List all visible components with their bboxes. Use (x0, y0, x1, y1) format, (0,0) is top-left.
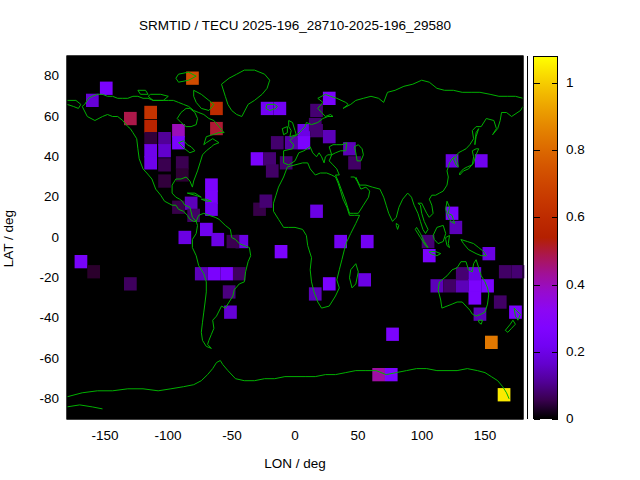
heatmap-cell (348, 156, 361, 169)
heatmap-cell (323, 92, 336, 105)
heatmap-cell (323, 130, 336, 143)
heatmap-cell (220, 267, 233, 280)
y-tick-label: 60 (13, 110, 59, 124)
colorbar-tick-label: 0 (566, 412, 574, 426)
heatmap-cell (456, 279, 469, 292)
heatmap-cell (498, 388, 511, 401)
heatmap-cell (233, 267, 246, 280)
colorbar-tickmark (534, 83, 540, 84)
colorbar-tickmark (534, 150, 540, 151)
heatmap-cell (144, 132, 157, 145)
heatmap-cell (443, 279, 456, 292)
y-tick-label: 20 (13, 190, 59, 204)
figure: SRMTID / TECU 2025-196_28710-2025-196_29… (0, 0, 640, 480)
heatmap-cell (158, 158, 171, 171)
plot-right-secondary-border (527, 56, 528, 419)
heatmap-cell (494, 295, 507, 308)
heatmap-cell (261, 102, 274, 115)
colorbar-tick-label: 0.8 (566, 143, 585, 157)
heatmap-cell (485, 336, 498, 349)
colorbar-tick-label: 0.2 (566, 345, 585, 359)
colorbar-tickmark (552, 352, 558, 353)
heatmap-cell (205, 203, 218, 216)
heatmap-cell (386, 328, 399, 341)
y-tick-label: -40 (13, 311, 59, 325)
heatmap-cell (86, 94, 99, 107)
heatmap-cell (450, 221, 463, 234)
heatmap-cell (208, 267, 221, 280)
heatmap-cell (158, 144, 171, 157)
colorbar-tickmark (534, 419, 540, 420)
heatmap-cell (446, 207, 459, 220)
y-tick-label: 40 (13, 150, 59, 164)
heatmap-cell (275, 245, 288, 258)
heatmap-cell (176, 156, 189, 169)
heatmap-cell (423, 249, 436, 262)
heatmap-cell (358, 273, 371, 286)
y-tick-label: -80 (13, 392, 59, 406)
heatmap-cell (144, 120, 157, 133)
heatmap-cell (211, 233, 224, 246)
y-tick-label: 80 (13, 69, 59, 83)
x-tick-label: -150 (91, 429, 118, 443)
heatmap-cell (310, 205, 323, 218)
colorbar-tickmark (534, 285, 540, 286)
heatmap-cell (205, 191, 218, 204)
colorbar-tick-label: 0.6 (566, 210, 585, 224)
heatmap-cell (323, 277, 336, 290)
heatmap-cell (372, 368, 385, 381)
heatmap-cell (158, 174, 171, 187)
heatmap-cell (266, 164, 279, 177)
heatmap-cell (469, 291, 482, 304)
heatmap-cell (210, 102, 223, 115)
heatmap-cell (310, 104, 323, 117)
heatmap-cell (144, 144, 157, 157)
heatmap-cell (422, 235, 435, 248)
colorbar (533, 56, 558, 419)
colorbar-tickmark (534, 352, 540, 353)
heatmap-cell (205, 178, 218, 191)
heatmap-cell (179, 231, 192, 244)
heatmap-cell (158, 132, 171, 145)
heatmap-cell (431, 279, 444, 292)
heatmap-cell (87, 265, 100, 278)
heatmap-cell (263, 152, 276, 165)
heatmap-cell (200, 223, 213, 236)
heatmap-cell (187, 209, 200, 222)
heatmap-cell (343, 142, 356, 155)
colorbar-tickmark (552, 83, 558, 84)
x-tick-label: -100 (154, 429, 181, 443)
heatmap-cell (185, 197, 198, 210)
heatmap-cell (144, 156, 157, 169)
colorbar-tick-label: 0.4 (566, 278, 585, 292)
heatmap-cell (512, 265, 525, 278)
y-tick-label: -60 (13, 352, 59, 366)
y-tick-label: -20 (13, 271, 59, 285)
x-tick-label: 0 (291, 429, 299, 443)
heatmap-cell (456, 267, 469, 280)
y-tick-label: 0 (13, 231, 59, 245)
heatmap-cell (260, 195, 273, 208)
x-tick-label: -50 (222, 429, 242, 443)
heatmap-cell (298, 136, 311, 149)
colorbar-tick-label: 1 (566, 76, 574, 90)
heatmap-cell (361, 235, 374, 248)
heatmap-cell (271, 136, 284, 149)
colorbar-tickmark (534, 217, 540, 218)
heatmap-cell (144, 106, 157, 119)
heatmap-cell (172, 124, 185, 137)
heatmap-cell (75, 255, 88, 268)
colorbar-tickmark (552, 217, 558, 218)
x-axis-label: LON / deg (67, 456, 523, 471)
heatmap-cell (124, 277, 137, 290)
x-tick-label: 150 (474, 429, 497, 443)
heatmap-cell (499, 265, 512, 278)
heatmap-cell (469, 279, 482, 292)
heatmap-cell (280, 156, 293, 169)
x-tick-label: 100 (411, 429, 434, 443)
heatmap-cell (176, 168, 189, 181)
colorbar-tickmark (552, 150, 558, 151)
heatmap-cell (298, 124, 311, 137)
heatmap-cell (483, 247, 496, 260)
heatmap-cell (124, 112, 137, 125)
